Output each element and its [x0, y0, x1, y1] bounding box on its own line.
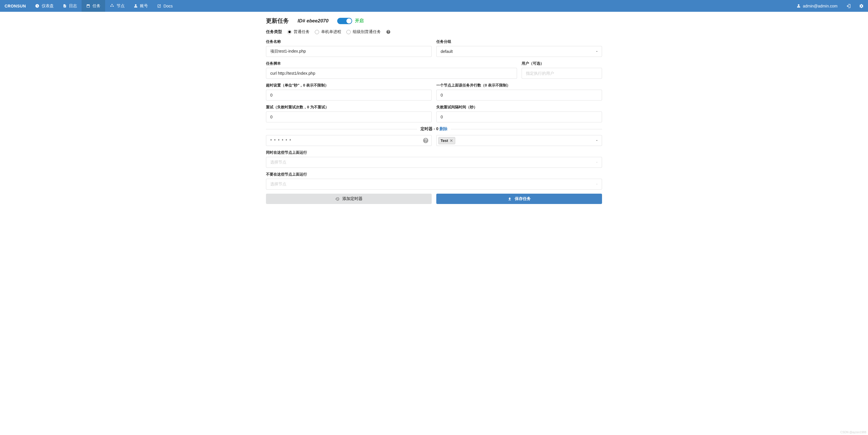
row-retry: 重试（失败时重试次数，0 为不重试） 失败重试间隔时间（秒） — [266, 104, 602, 122]
nav-user-menu[interactable]: admin@admin.com — [792, 0, 842, 12]
exclude-nodes-label: 不要在这些节点上面运行 — [266, 172, 602, 177]
script-label: 任务脚本 — [266, 61, 517, 66]
toggle-state-label: 开启 — [355, 18, 364, 24]
task-type-label: 任务类型 — [266, 29, 282, 34]
nav-docs-label: Docs — [163, 4, 173, 8]
sitemap-icon — [110, 4, 114, 8]
timeout-input[interactable] — [266, 90, 432, 100]
dashboard-icon — [35, 4, 39, 8]
retry-interval-input[interactable] — [436, 112, 602, 122]
upload-icon — [507, 197, 512, 201]
user-icon — [134, 4, 137, 8]
script-input[interactable] — [266, 68, 517, 79]
settings-button[interactable] — [855, 0, 868, 12]
save-label: 保存任务 — [515, 196, 531, 201]
include-nodes-placeholder: 选择节点 — [270, 160, 286, 165]
user-email-label: admin@admin.com — [803, 4, 838, 8]
task-type-row: 任务类型 普通任务 单机单进程 组级别普通任务 — [266, 29, 602, 34]
main-container: 更新任务 ID# ebee2070 开启 任务类型 普通任务 单机单进程 组级别… — [266, 12, 602, 213]
user-icon — [797, 4, 801, 8]
include-nodes-dropdown[interactable]: 选择节点 — [266, 157, 602, 168]
group-value: default — [441, 49, 453, 54]
radio-normal-label: 普通任务 — [293, 29, 310, 34]
row-cron-nodegroup: Test ✕ — [266, 135, 602, 146]
user-label: 用户（可选） — [522, 61, 602, 66]
group-dropdown[interactable]: default — [436, 46, 602, 57]
node-group-dropdown[interactable]: Test ✕ — [436, 135, 602, 146]
radio-group-label: 组级别普通任务 — [353, 29, 381, 34]
timer-divider-text: 定时器 - 0 删除 — [421, 126, 447, 132]
gears-icon — [859, 4, 864, 8]
nav-log-label: 日志 — [69, 3, 77, 9]
nav-account-label: 账号 — [140, 3, 148, 9]
add-timer-label: 添加定时器 — [342, 196, 363, 201]
node-group-tag: Test ✕ — [438, 137, 455, 144]
radio-icon — [346, 30, 351, 34]
row-script-user: 任务脚本 用户（可选） — [266, 61, 602, 79]
retry-input[interactable] — [266, 112, 432, 122]
timer-index-label: 定时器 - 0 — [421, 126, 438, 131]
radio-icon — [315, 30, 319, 34]
task-id: ID# ebee2070 — [298, 18, 329, 24]
timer-divider: 定时器 - 0 删除 — [266, 126, 602, 132]
external-link-icon — [157, 4, 161, 8]
nav-node[interactable]: 节点 — [105, 0, 129, 12]
remove-tag-button[interactable]: ✕ — [450, 138, 453, 143]
chevron-down-icon — [595, 50, 598, 53]
nav-dashboard-label: 仪表盘 — [42, 3, 54, 9]
timeout-label: 超时设置（单位"秒"，0 表示不限制） — [266, 83, 432, 88]
help-icon[interactable] — [423, 137, 429, 144]
exclude-nodes-placeholder: 选择节点 — [270, 182, 286, 187]
row-exclude-nodes: 不要在这些节点上面运行 选择节点 — [266, 172, 602, 190]
nav-account[interactable]: 账号 — [129, 0, 153, 12]
enable-toggle-wrap: 开启 — [337, 18, 364, 24]
radio-group[interactable]: 组级别普通任务 — [346, 29, 381, 34]
retry-interval-label: 失败重试间隔时间（秒） — [436, 104, 602, 110]
name-input[interactable] — [266, 46, 432, 57]
save-button[interactable]: 保存任务 — [436, 194, 602, 204]
brand-logo[interactable]: CRONSUN — [0, 0, 30, 12]
chevron-down-icon — [595, 183, 598, 186]
parallel-input[interactable] — [436, 90, 602, 100]
name-label: 任务名称 — [266, 39, 432, 44]
logout-button[interactable] — [842, 0, 855, 12]
retry-label: 重试（失败时重试次数，0 为不重试） — [266, 104, 432, 110]
node-group-tag-label: Test — [441, 138, 448, 143]
action-buttons: 添加定时器 保存任务 — [266, 194, 602, 204]
file-icon — [63, 4, 67, 8]
radio-single[interactable]: 单机单进程 — [315, 29, 341, 34]
page-header: 更新任务 ID# ebee2070 开启 — [266, 17, 602, 25]
exclude-nodes-dropdown[interactable]: 选择节点 — [266, 179, 602, 190]
nav-dashboard[interactable]: 仪表盘 — [30, 0, 58, 12]
nav-job[interactable]: 任务 — [82, 0, 105, 12]
radio-icon — [287, 30, 291, 34]
chevron-down-icon — [595, 139, 598, 142]
nav-docs[interactable]: Docs — [153, 0, 177, 12]
radio-normal[interactable]: 普通任务 — [287, 29, 310, 34]
row-include-nodes: 同时在这些节点上面运行 选择节点 — [266, 150, 602, 168]
toggle-knob — [346, 19, 351, 24]
cron-input[interactable] — [266, 135, 432, 146]
row-name-group: 任务名称 任务分组 default — [266, 39, 602, 57]
nav-node-label: 节点 — [117, 3, 125, 9]
top-nav: CRONSUN 仪表盘 日志 任务 节点 账号 Docs admin@admin… — [0, 0, 868, 12]
include-nodes-label: 同时在这些节点上面运行 — [266, 150, 602, 155]
history-icon — [335, 197, 340, 201]
nav-job-label: 任务 — [92, 3, 100, 9]
nav-log[interactable]: 日志 — [58, 0, 82, 12]
page-title: 更新任务 — [266, 17, 289, 25]
delete-timer-link[interactable]: 删除 — [439, 126, 447, 131]
chevron-down-icon — [595, 161, 598, 164]
help-icon[interactable] — [386, 30, 391, 34]
parallel-label: 一个节点上面该任务并行数（0 表示不限制） — [436, 83, 602, 88]
row-timeout-parallel: 超时设置（单位"秒"，0 表示不限制） 一个节点上面该任务并行数（0 表示不限制… — [266, 83, 602, 100]
group-label: 任务分组 — [436, 39, 602, 44]
user-input[interactable] — [522, 68, 602, 79]
logout-icon — [846, 4, 851, 8]
radio-single-label: 单机单进程 — [321, 29, 341, 34]
enable-toggle[interactable] — [337, 18, 352, 24]
add-timer-button[interactable]: 添加定时器 — [266, 194, 432, 204]
calendar-icon — [86, 4, 90, 8]
